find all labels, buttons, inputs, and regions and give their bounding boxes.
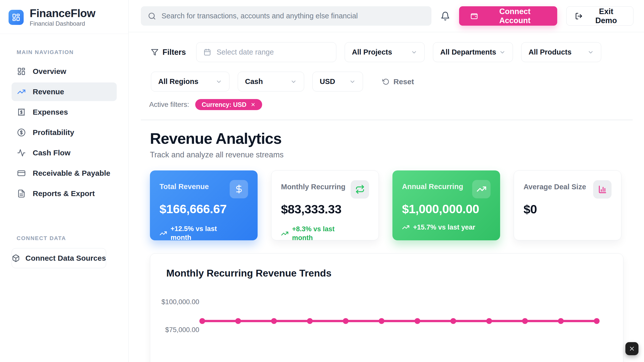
active-chip-label: Currency: USD [202,101,247,108]
departments-dropdown[interactable]: All Departments [433,42,513,62]
reset-label: Reset [393,77,414,86]
brand-logo-icon [9,10,24,25]
products-dropdown[interactable]: All Products [521,42,601,62]
trending-up-icon [159,230,167,237]
kpi-delta: +15.7% vs last year [402,223,491,231]
brand-text: FinanceFlow Financial Dashboard [30,8,95,27]
trending-up-icon [17,87,26,96]
kpi-label: Average Deal Size [524,180,586,191]
chevron-down-icon [290,78,297,85]
mrr-line-chart [150,254,624,362]
chevron-down-icon [499,49,506,56]
projects-dropdown[interactable]: All Projects [345,42,425,62]
sidebar-item-label: Revenue [33,87,64,96]
kpi-value: $166,666.67 [159,202,248,216]
sidebar-item-label: Cash Flow [33,149,70,157]
kpi-value: $83,333.33 [281,202,369,216]
filters-row-1: Filters Select date range All Projects A… [141,42,633,62]
filters-row-2: All Regions Cash USD Reset [141,72,633,92]
remove-filter-x-icon[interactable] [251,102,256,107]
exit-demo-label: Exit Demo [588,7,625,25]
connect-data-section: CONNECT DATA Connect Data Sources [12,235,117,268]
kpi-label: Annual Recurring [402,180,463,191]
page-heading: Revenue Analytics Track and analyze all … [150,130,633,159]
receipt-icon [17,108,26,116]
notification-bell-icon[interactable] [440,11,450,21]
filter-funnel-icon [151,49,158,56]
currency-dropdown-value: USD [320,77,335,86]
close-overlay-button[interactable] [625,342,638,355]
brand-subtitle: Financial Dashboard [30,20,95,27]
wallet-icon [470,12,478,20]
filters-title-label: Filters [163,48,186,57]
reset-filters-button[interactable]: Reset [382,77,414,86]
sidebar-item-label: Overview [33,67,66,76]
currency-dropdown[interactable]: USD [312,72,363,92]
regions-dropdown[interactable]: All Regions [151,72,229,92]
chevron-down-icon [411,49,417,56]
search-input[interactable] [162,12,424,20]
search-bar[interactable] [141,6,431,26]
content: Filters Select date range All Projects A… [129,32,644,362]
connect-data-sources-button[interactable]: Connect Data Sources [12,248,106,268]
bar-chart-icon [593,180,612,199]
sidebar-item-label: Profitability [33,128,74,137]
kpi-card-total-revenue: Total Revenue $166,666.67 +12.5% vs last… [150,170,258,240]
file-text-icon [17,189,26,198]
sidebar-item-reports-export[interactable]: Reports & Export [12,184,117,203]
kpi-card-monthly-recurring: Monthly Recurring $83,333.33 +8.3% vs la… [271,170,379,240]
kpi-label: Monthly Recurring [281,180,345,191]
search-icon [148,12,156,20]
activity-icon [17,149,26,157]
kpi-card-annual-recurring: Annual Recurring $1,000,000.00 +15.7% vs… [392,170,500,240]
main-navigation: MAIN NAVIGATION Overview Revenue Expense… [0,34,128,268]
mrr-trends-chart-card: Monthly Recurring Revenue Trends $100,00… [150,253,623,362]
sidebar-item-profitability[interactable]: Profitability [12,123,117,142]
sidebar-item-expenses[interactable]: Expenses [12,103,117,121]
brand-name: FinanceFlow [30,8,95,19]
kpi-label: Total Revenue [159,180,209,191]
app-root: FinanceFlow Financial Dashboard MAIN NAV… [0,0,644,362]
kpi-card-average-deal-size: Average Deal Size $0 [514,170,621,240]
nav-heading: MAIN NAVIGATION [17,49,117,56]
connect-account-button[interactable]: Connect Account [459,6,557,26]
date-range-input[interactable]: Select date range [196,42,336,62]
kpi-cards-row: Total Revenue $166,666.67 +12.5% vs last… [150,170,633,240]
kpi-delta: +8.3% vs last month [281,225,369,242]
projects-dropdown-value: All Projects [352,48,392,56]
sidebar: FinanceFlow Financial Dashboard MAIN NAV… [0,0,129,362]
connect-data-sources-label: Connect Data Sources [25,254,106,262]
active-filters-label: Active filters: [149,101,189,109]
sidebar-item-label: Reports & Export [33,189,95,198]
cube-icon [12,254,20,262]
rotate-ccw-icon [382,78,389,85]
sidebar-item-revenue[interactable]: Revenue [12,82,117,101]
sidebar-item-overview[interactable]: Overview [12,62,117,81]
kpi-delta-text: +12.5% vs last month [171,224,231,242]
sidebar-item-receivable-payable[interactable]: Receivable & Payable [12,164,117,183]
filters-title: Filters [151,48,186,57]
connect-account-label: Connect Account [484,7,546,25]
circle-dollar-icon [17,128,26,137]
payment-method-dropdown[interactable]: Cash [238,72,304,92]
trending-up-icon [402,223,410,231]
close-icon [629,345,635,352]
sidebar-item-label: Expenses [33,108,68,116]
kpi-delta-text: +15.7% vs last year [413,223,475,231]
departments-dropdown-value: All Departments [440,48,496,56]
kpi-delta-text: +8.3% vs last month [292,225,352,242]
chevron-down-icon [587,49,594,56]
sidebar-item-cash-flow[interactable]: Cash Flow [12,144,117,162]
repeat-icon [351,180,369,199]
products-dropdown-value: All Products [529,48,572,56]
payment-method-value: Cash [245,77,263,86]
trending-up-icon [472,180,491,198]
kpi-value: $1,000,000.00 [402,202,491,216]
main-area: Connect Account Exit Demo Filters Select… [129,0,644,362]
trending-up-icon [281,230,289,237]
active-filter-chip-currency[interactable]: Currency: USD [195,99,262,110]
calendar-icon [204,49,211,56]
dollar-icon [230,180,248,198]
exit-demo-button[interactable]: Exit Demo [566,6,633,26]
regions-dropdown-value: All Regions [158,77,198,86]
